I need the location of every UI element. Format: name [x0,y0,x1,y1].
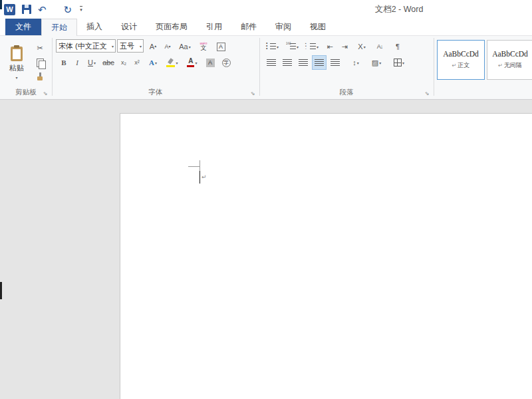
font-color-icon: A [187,58,194,67]
character-shading-button[interactable]: A [203,56,217,69]
italic-button[interactable]: I [70,56,84,69]
bold-icon: B [61,59,66,66]
text-effects-icon: A [149,59,154,66]
format-painter-icon [35,72,45,82]
character-border-icon: A [217,43,225,51]
bold-button[interactable]: B [57,56,70,69]
shading-caret-icon: ▾ [379,61,381,65]
save-icon[interactable] [22,5,31,14]
style-mark-icon: ↵ [498,63,503,68]
word-app-icon[interactable]: W [4,4,15,15]
format-painter-button[interactable] [33,70,47,84]
superscript-button[interactable]: x² [130,56,144,69]
text-highlight-icon [166,59,175,67]
increase-indent-icon: ⇥ [341,43,347,51]
font-color-button[interactable]: A ▾ [184,56,201,69]
distribute-button[interactable] [329,56,342,69]
sort-icon: A↓ [377,44,383,50]
enclose-characters-button[interactable]: 字 [219,56,233,69]
character-shading-icon: A [206,59,215,67]
bullets-icon [265,43,276,51]
redo-icon[interactable]: ↻ [64,5,72,15]
tab-mailings[interactable]: 邮件 [231,19,266,35]
clipboard-dialog-launcher[interactable]: ⇘ [41,89,49,97]
customize-qat-icon[interactable]: ▾ [80,6,82,13]
align-center-button[interactable] [281,56,294,69]
font-dialog-launcher[interactable]: ⇘ [249,89,257,97]
align-center-icon [283,59,292,66]
line-spacing-button[interactable]: ↕ ▾ [347,56,364,69]
asian-layout-caret-icon: ▾ [364,45,366,49]
group-divider [259,38,260,96]
ribbon: 粘贴 ▾ ✂ 剪贴板 ⇘ 宋体 (中文正文 ▾ 五号 ▾ A▴ A▾ Aa [0,36,532,100]
justify-button[interactable] [313,56,326,69]
character-border-button[interactable]: A [214,40,227,53]
word-window: W ↶ ↻ ▾ 文档2 - Word 文件 开始 插入 设计 页面布局 引用 邮… [0,0,532,399]
shrink-font-button[interactable]: A▾ [161,40,174,53]
undo-icon[interactable]: ↶ [38,5,47,15]
paragraph-mark-icon: ↵ [201,174,207,180]
tab-home[interactable]: 开始 [41,19,77,36]
text-caret [200,171,200,184]
paragraph-dialog-launcher[interactable]: ⇘ [423,89,431,97]
font-name-combobox[interactable]: 宋体 (中文正文 ▾ [56,39,116,53]
shrink-font-mark-icon: ▾ [169,45,171,49]
sort-button[interactable]: A↓ [372,40,387,53]
subscript-icon: x₂ [121,60,126,66]
line-spacing-caret-icon: ▾ [357,61,359,65]
subscript-button[interactable]: x₂ [117,56,130,69]
borders-button[interactable]: ▾ [390,56,408,69]
align-left-button[interactable] [265,56,278,69]
enclose-characters-icon: 字 [222,59,231,67]
strikethrough-button[interactable]: abc [101,56,116,69]
borders-caret-icon: ▾ [402,61,404,65]
style-name-label: 正文 [458,61,469,70]
font-size-combobox[interactable]: 五号 ▾ [117,39,144,53]
bullets-caret-icon: ▾ [277,45,279,49]
paste-menu-caret-icon[interactable]: ▾ [15,75,17,80]
grow-font-button[interactable]: A▴ [146,40,160,53]
style-name-label: 无间隔 [504,61,522,70]
font-group-label: 字体 [53,88,258,97]
quick-access-toolbar: W ↶ ↻ ▾ [4,0,82,19]
line-spacing-icon: ↕ [352,59,356,66]
text-highlight-button[interactable]: ▾ [164,56,181,69]
style-card-normal[interactable]: AaBbCcDd ↵ 正文 [437,40,485,80]
change-case-button[interactable]: Aa ▾ [177,40,193,53]
tab-view[interactable]: 视图 [301,19,335,35]
tab-page-layout[interactable]: 页面布局 [146,19,197,35]
font-name-caret-icon[interactable]: ▾ [110,44,115,49]
style-card-no-spacing[interactable]: AaBbCcDd ↵ 无间隔 [487,40,532,80]
copy-icon [37,59,44,67]
superscript-icon: x² [134,60,140,66]
asian-layout-button[interactable]: X ▾ [354,40,370,53]
change-case-caret-icon: ▾ [189,45,191,49]
font-name-value: 宋体 (中文正文 [59,41,110,51]
cut-button[interactable]: ✂ [33,41,47,55]
text-effects-button[interactable]: A ▾ [145,56,161,69]
increase-indent-button[interactable]: ⇥ [338,40,351,53]
bullets-button[interactable]: ▾ [263,40,281,53]
numbering-button[interactable]: ▾ [283,40,301,53]
tab-design[interactable]: 设计 [112,19,146,35]
asian-layout-icon: X [358,43,362,51]
tab-review[interactable]: 审阅 [266,19,301,35]
phonetic-guide-button[interactable]: wén 文 [197,39,210,53]
tab-file[interactable]: 文件 [5,19,41,35]
copy-button[interactable] [33,56,47,69]
document-page[interactable] [120,113,532,399]
show-hide-marks-button[interactable]: ¶ [391,40,404,53]
tab-insert[interactable]: 插入 [77,19,112,35]
font-color-caret-icon: ▾ [195,61,197,65]
multilevel-list-button[interactable]: ▾ [303,40,321,53]
decrease-indent-button[interactable]: ⇤ [323,40,336,53]
style-preview: AaBbCcDd [443,50,479,58]
paste-button[interactable]: 粘贴 ▾ [3,39,30,88]
font-size-caret-icon[interactable]: ▾ [138,44,143,49]
align-right-button[interactable] [297,56,310,69]
underline-caret-icon: ▾ [94,61,96,65]
tab-references[interactable]: 引用 [197,19,231,35]
underline-button[interactable]: U ▾ [84,56,100,69]
shading-button[interactable]: ▨ ▾ [367,56,386,69]
paste-clipboard-icon [11,47,23,61]
